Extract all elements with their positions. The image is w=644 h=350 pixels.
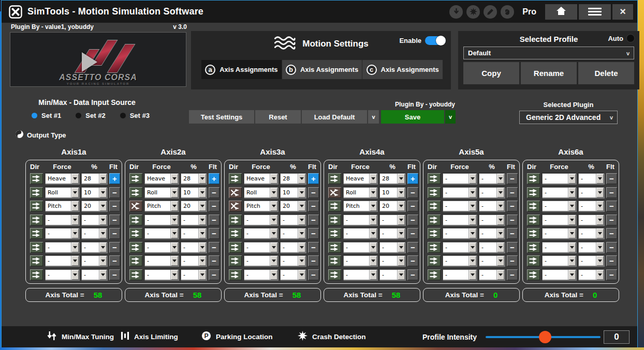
percent-select[interactable]: - <box>578 255 604 266</box>
dropdown-arrow-icon[interactable] <box>496 242 504 252</box>
dropdown-arrow-icon[interactable] <box>170 256 178 266</box>
slider-handle[interactable] <box>539 331 551 343</box>
reset-button[interactable]: Reset <box>255 110 301 124</box>
filter-minus-button[interactable]: − <box>109 255 120 266</box>
dropdown-arrow-icon[interactable] <box>596 242 604 252</box>
percent-select[interactable]: 20 <box>280 201 306 211</box>
force-select[interactable]: - <box>542 242 576 253</box>
dropdown-arrow-icon[interactable] <box>99 188 107 197</box>
dropdown-arrow-icon[interactable] <box>496 201 504 211</box>
filter-minus-button[interactable]: − <box>606 201 617 211</box>
dropdown-arrow-icon[interactable] <box>369 174 377 184</box>
save-button[interactable]: Save <box>381 110 444 124</box>
direction-toggle-straight-icon[interactable] <box>30 269 43 280</box>
force-select[interactable]: Pitch <box>45 201 79 211</box>
dropdown-arrow-icon[interactable] <box>170 174 178 184</box>
rename-button[interactable]: Rename <box>521 62 577 84</box>
dropdown-arrow-icon[interactable] <box>170 201 178 211</box>
filter-minus-button[interactable]: − <box>507 201 518 211</box>
percent-select[interactable]: - <box>81 255 107 266</box>
filter-minus-button[interactable]: − <box>407 215 418 225</box>
filter-minus-button[interactable]: − <box>308 242 319 253</box>
profile-intensity-slider[interactable] <box>486 331 601 343</box>
test-settings-button[interactable]: Test Settings <box>189 110 254 124</box>
filter-minus-button[interactable]: − <box>308 269 319 280</box>
profile-dropdown[interactable]: Default v <box>463 47 634 59</box>
dropdown-arrow-icon[interactable] <box>568 229 576 238</box>
dropdown-arrow-icon[interactable] <box>270 188 277 197</box>
percent-select[interactable]: - <box>181 269 207 280</box>
filter-minus-button[interactable]: − <box>407 269 418 280</box>
force-select[interactable]: - <box>343 215 377 225</box>
dropdown-arrow-icon[interactable] <box>369 270 377 280</box>
dropdown-arrow-icon[interactable] <box>596 270 604 280</box>
filter-minus-button[interactable]: − <box>308 187 319 198</box>
force-select[interactable]: Heave <box>244 173 278 184</box>
dropdown-arrow-icon[interactable] <box>71 174 79 184</box>
percent-select[interactable]: - <box>578 201 604 211</box>
force-select[interactable]: - <box>542 187 576 198</box>
filter-minus-button[interactable]: − <box>606 187 617 198</box>
hand-icon[interactable] <box>501 5 514 19</box>
direction-toggle-straight-icon[interactable] <box>328 242 341 253</box>
force-select[interactable]: - <box>45 215 79 225</box>
percent-select[interactable]: - <box>578 228 604 239</box>
dropdown-arrow-icon[interactable] <box>198 242 206 252</box>
force-select[interactable]: - <box>443 215 477 225</box>
dropdown-arrow-icon[interactable] <box>170 215 178 225</box>
dropdown-arrow-icon[interactable] <box>596 229 604 238</box>
dropdown-arrow-icon[interactable] <box>99 174 107 184</box>
percent-select[interactable]: 10 <box>181 187 207 198</box>
dropdown-arrow-icon[interactable] <box>496 270 504 280</box>
direction-toggle-straight-icon[interactable] <box>129 255 142 266</box>
direction-toggle-straight-icon[interactable] <box>328 255 341 266</box>
percent-select[interactable]: - <box>280 269 306 280</box>
filter-minus-button[interactable]: − <box>507 228 518 239</box>
dropdown-arrow-icon[interactable] <box>270 215 277 225</box>
force-select[interactable]: - <box>244 215 278 225</box>
dropdown-arrow-icon[interactable] <box>298 215 305 225</box>
dropdown-arrow-icon[interactable] <box>270 242 277 252</box>
direction-toggle-straight-icon[interactable] <box>229 173 242 184</box>
dropdown-arrow-icon[interactable] <box>198 174 206 184</box>
filter-minus-button[interactable]: − <box>209 201 219 211</box>
dropdown-arrow-icon[interactable] <box>198 256 206 266</box>
dropdown-arrow-icon[interactable] <box>469 256 476 266</box>
force-select[interactable]: - <box>144 228 179 239</box>
dropdown-arrow-icon[interactable] <box>298 201 305 211</box>
direction-toggle-straight-icon[interactable] <box>328 173 341 184</box>
axis-limiting-button[interactable]: Axis Limiting <box>121 331 178 342</box>
dropdown-arrow-icon[interactable] <box>270 229 277 238</box>
dropdown-arrow-icon[interactable] <box>496 229 504 238</box>
percent-select[interactable]: - <box>81 242 107 253</box>
direction-toggle-straight-icon[interactable] <box>30 255 43 266</box>
filter-minus-button[interactable]: − <box>407 255 418 266</box>
filter-minus-button[interactable]: − <box>507 269 518 280</box>
close-button[interactable]: × <box>612 4 633 20</box>
filter-plus-button[interactable]: + <box>407 173 418 184</box>
dropdown-arrow-icon[interactable] <box>568 174 576 184</box>
filter-minus-button[interactable]: − <box>109 201 120 211</box>
filter-plus-button[interactable]: + <box>209 173 219 184</box>
dropdown-arrow-icon[interactable] <box>397 229 405 238</box>
direction-toggle-straight-icon[interactable] <box>328 228 341 239</box>
dropdown-arrow-icon[interactable] <box>397 256 405 266</box>
dropdown-arrow-icon[interactable] <box>369 229 377 238</box>
dropdown-arrow-icon[interactable] <box>596 188 604 197</box>
dropdown-arrow-icon[interactable] <box>99 201 107 211</box>
percent-select[interactable]: - <box>479 228 505 239</box>
direction-toggle-straight-icon[interactable] <box>428 173 441 184</box>
direction-toggle-straight-icon[interactable] <box>428 269 441 280</box>
filter-minus-button[interactable]: − <box>209 228 219 239</box>
percent-select[interactable]: 28 <box>280 173 306 184</box>
force-select[interactable]: Roll <box>244 187 278 198</box>
filter-minus-button[interactable]: − <box>209 255 219 266</box>
dropdown-arrow-icon[interactable] <box>71 201 79 211</box>
filter-minus-button[interactable]: − <box>507 173 518 184</box>
direction-toggle-crossed-icon[interactable] <box>229 201 242 211</box>
dropdown-arrow-icon[interactable] <box>596 174 604 184</box>
dropdown-arrow-icon[interactable] <box>469 201 476 211</box>
percent-select[interactable]: - <box>379 269 405 280</box>
dropdown-arrow-icon[interactable] <box>397 242 405 252</box>
direction-toggle-straight-icon[interactable] <box>527 187 540 198</box>
